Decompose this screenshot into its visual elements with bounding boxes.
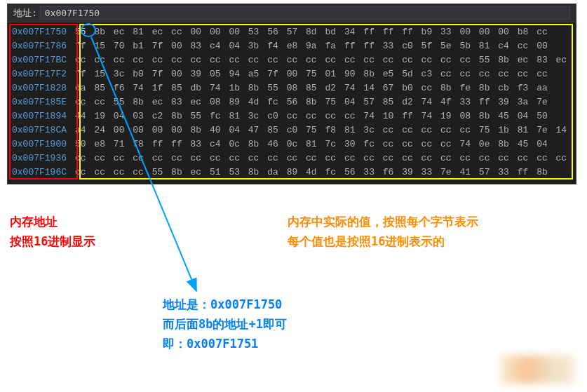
byte-cell: 74 <box>362 111 376 121</box>
byte-cell: 74 <box>420 111 434 121</box>
byte-cell: cc <box>74 153 88 163</box>
address-input[interactable] <box>40 6 570 20</box>
byte-cell: ec <box>112 27 126 37</box>
byte-cell: 7e <box>535 97 549 107</box>
byte-cell: 5f <box>420 41 434 51</box>
byte-cell: 0e <box>478 139 492 149</box>
byte-cell: cc <box>439 69 453 79</box>
byte-cell: da <box>266 167 280 177</box>
note-right-line1: 内存中实际的值，按照每个字节表示 <box>288 212 478 231</box>
byte-cell: 74 <box>343 83 357 93</box>
byte-cell: aa <box>535 83 549 93</box>
hex-row: 0x007F1828da 85 f6 74 1f 85 db 74 1b 8b … <box>12 81 572 95</box>
byte-cell: c0 <box>400 41 414 51</box>
byte-cell: 83 <box>170 97 184 107</box>
byte-cell: 55 <box>151 167 165 177</box>
byte-cell: cc <box>304 153 318 163</box>
byte-cell: fe <box>458 83 472 93</box>
byte-cell: 00 <box>478 27 492 37</box>
byte-cell: 75 <box>304 69 318 79</box>
byte-cell: cc <box>189 55 203 65</box>
byte-cell: 70 <box>112 41 126 51</box>
byte-cell: f8 <box>323 125 337 135</box>
byte-cell: cc <box>420 125 434 135</box>
byte-cell: a5 <box>247 69 261 79</box>
byte-cell: c2 <box>151 111 165 121</box>
byte-cell: 7f <box>266 69 280 79</box>
byte-cell: f6 <box>382 167 396 177</box>
byte-cell: cc <box>555 153 569 163</box>
byte-cell: 15 <box>93 69 107 79</box>
byte-cell: cc <box>439 125 453 135</box>
byte-cell: cc <box>189 153 203 163</box>
byte-cell: 7f <box>151 41 165 51</box>
byte-cell: cc <box>497 69 511 79</box>
byte-cell: 33 <box>497 167 511 177</box>
byte-cell: 19 <box>439 111 453 121</box>
address-cell: 0x007F185E <box>12 95 74 109</box>
byte-cell: cc <box>382 125 396 135</box>
note-blue-line2: 而后面8b的地址+1即可 <box>163 314 287 334</box>
byte-cell: cc <box>420 55 434 65</box>
byte-cell: cc <box>131 167 145 177</box>
byte-cell: db <box>189 83 203 93</box>
byte-cell: 85 <box>170 83 184 93</box>
byte-cell: 7e <box>439 167 453 177</box>
byte-cell: 39 <box>497 97 511 107</box>
hex-row: 0x007F175055 8b ec 81 ec cc 00 00 00 53 … <box>12 25 572 39</box>
byte-cell: cc <box>74 167 88 177</box>
byte-cell: 34 <box>343 27 357 37</box>
byte-cell: 81 <box>343 125 357 135</box>
byte-cell: cc <box>304 55 318 65</box>
byte-cell: ff <box>170 139 184 149</box>
byte-cell: 00 <box>497 27 511 37</box>
byte-cell: 8b <box>131 97 145 107</box>
byte-cell: ff <box>362 41 376 51</box>
byte-cell: 0c <box>285 139 299 149</box>
byte-cell: ff <box>400 27 414 37</box>
byte-cell: cc <box>478 153 492 163</box>
watermark-blur <box>501 356 574 384</box>
byte-cell: cc <box>323 111 337 121</box>
byte-cell: 14 <box>555 125 569 135</box>
byte-cell: 74 <box>420 97 434 107</box>
byte-cell: ff <box>382 27 396 37</box>
byte-cell: 50 <box>74 139 88 149</box>
byte-cell: 00 <box>131 125 145 135</box>
byte-cell: b0 <box>131 69 145 79</box>
byte-cell: fc <box>323 167 337 177</box>
note-left-line1: 内存地址 <box>10 212 95 231</box>
byte-cell: cc <box>304 111 318 121</box>
byte-cell: cc <box>93 153 107 163</box>
byte-cell: 67 <box>382 83 396 93</box>
byte-cell: 00 <box>170 41 184 51</box>
byte-cell: cc <box>420 139 434 149</box>
byte-cell: c4 <box>208 41 222 51</box>
hex-row: 0x007F190050 e8 71 f8 ff ff 83 c4 0c 8b … <box>12 137 572 151</box>
byte-cell: 05 <box>208 69 222 79</box>
memory-dump-panel: 地址: 0x007F175055 8b ec 81 ec cc 00 00 00… <box>7 4 576 184</box>
byte-cell: cc <box>112 167 126 177</box>
byte-cell: 33 <box>458 97 472 107</box>
byte-cell: 08 <box>458 111 472 121</box>
byte-cell: 40 <box>208 125 222 135</box>
byte-cell: cc <box>266 55 280 65</box>
byte-cell: 75 <box>323 97 337 107</box>
byte-cell: 5b <box>458 41 472 51</box>
byte-cell: 8b <box>535 167 549 177</box>
byte-cell: cc <box>382 55 396 65</box>
byte-cell: 8b <box>170 167 184 177</box>
byte-cell: ec <box>151 97 165 107</box>
byte-cell: 8b <box>439 83 453 93</box>
byte-cell: 56 <box>285 97 299 107</box>
byte-cell: 01 <box>323 69 337 79</box>
byte-cell: cc <box>400 139 414 149</box>
byte-cell: 08 <box>208 97 222 107</box>
byte-cell: 51 <box>208 167 222 177</box>
byte-cell: 85 <box>304 83 318 93</box>
address-cell: 0x007F1750 <box>12 25 74 39</box>
byte-cell: 33 <box>439 27 453 37</box>
byte-cell: f6 <box>112 83 126 93</box>
byte-cell: 74 <box>458 139 472 149</box>
byte-cell: 55 <box>112 97 126 107</box>
